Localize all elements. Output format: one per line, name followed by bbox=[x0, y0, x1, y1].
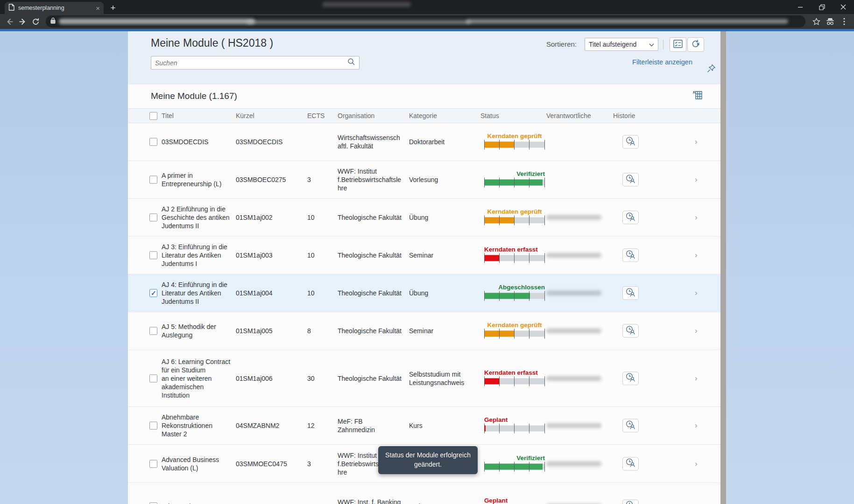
bookmark-star-icon[interactable] bbox=[809, 15, 823, 28]
module-kuerzel: 01SM1aj002 bbox=[236, 213, 303, 222]
new-tab-button[interactable]: + bbox=[107, 3, 119, 14]
module-kuerzel: 04SMZABNM2 bbox=[236, 421, 303, 430]
browser-tab[interactable]: semesterplanning × bbox=[5, 2, 104, 14]
row-checkbox[interactable] bbox=[149, 460, 157, 468]
table-row[interactable]: Advanced Corporate 03SMMOEC0455 6 WWF: I… bbox=[128, 483, 720, 504]
show-filterbar-link[interactable]: Filterleiste anzeigen bbox=[632, 58, 692, 66]
row-chevron-right-icon[interactable]: › bbox=[695, 288, 698, 298]
privacy-smudge bbox=[322, 2, 411, 7]
history-button[interactable] bbox=[622, 419, 639, 433]
window-close-button[interactable] bbox=[833, 0, 854, 14]
multi-select-button[interactable] bbox=[670, 37, 686, 52]
status-cell: Verifiziert bbox=[484, 170, 545, 186]
module-title: AJ 4: Einführung in die Literatur des An… bbox=[162, 280, 233, 306]
page-title: Meine Module ( HS2018 ) bbox=[151, 37, 273, 49]
column-header-kategorie[interactable]: Kategorie bbox=[409, 112, 437, 119]
history-person-icon bbox=[625, 136, 636, 147]
app-accent-bar bbox=[0, 29, 854, 31]
history-button[interactable] bbox=[622, 211, 639, 224]
column-header-historie[interactable]: Historie bbox=[613, 112, 635, 119]
reset-filters-button[interactable] bbox=[687, 37, 704, 52]
table-row[interactable]: AJ 4: Einführung in die Literatur des An… bbox=[128, 274, 720, 312]
reset-icon bbox=[691, 39, 701, 50]
tab-title: semesterplanning bbox=[18, 5, 92, 11]
status-progress-bar bbox=[484, 331, 545, 337]
vertical-scrollbar[interactable] bbox=[720, 31, 726, 504]
column-header-titel[interactable]: Titel bbox=[162, 112, 174, 119]
module-kuerzel: 03SMDOECDIS bbox=[236, 138, 303, 146]
status-label: Abgeschlossen bbox=[484, 284, 545, 291]
table-row[interactable]: AJ 2 Einführung in die Geschichte des an… bbox=[128, 199, 720, 237]
row-checkbox[interactable] bbox=[149, 138, 157, 146]
history-button[interactable] bbox=[622, 457, 639, 470]
tab-close-icon[interactable]: × bbox=[96, 5, 100, 12]
column-header-kuerzel[interactable]: Kürzel bbox=[236, 112, 254, 119]
module-kuerzel: 01SM1aj004 bbox=[236, 289, 303, 297]
status-cell: Kerndaten geprüft bbox=[484, 208, 545, 224]
history-button[interactable] bbox=[622, 173, 639, 187]
column-header-organisation[interactable]: Organisation bbox=[338, 112, 374, 119]
status-cell: Abgeschlossen bbox=[484, 284, 545, 299]
responsible-person-redacted bbox=[546, 376, 601, 381]
search-input[interactable] bbox=[155, 59, 347, 67]
module-organisation: Theologische Fakultät bbox=[338, 251, 402, 259]
row-checkbox[interactable] bbox=[149, 327, 157, 335]
sort-select[interactable]: Titel aufsteigend bbox=[585, 38, 658, 51]
reload-button[interactable] bbox=[29, 15, 42, 28]
history-button[interactable] bbox=[622, 249, 639, 262]
search-icon[interactable] bbox=[347, 58, 355, 68]
history-button[interactable] bbox=[622, 135, 639, 149]
module-title: 03SMDOECDIS bbox=[162, 138, 233, 146]
table-row[interactable]: A primer in Entrepreneurship (L) 03SMBOE… bbox=[128, 161, 720, 199]
history-button[interactable] bbox=[622, 287, 639, 300]
row-chevron-right-icon[interactable]: › bbox=[695, 137, 698, 147]
row-checkbox[interactable] bbox=[149, 502, 157, 504]
module-ects: 3 bbox=[307, 175, 328, 184]
forward-button[interactable] bbox=[16, 15, 29, 28]
row-checkbox[interactable] bbox=[149, 214, 157, 222]
window-restore-button[interactable] bbox=[811, 0, 833, 14]
table-row[interactable]: Abnehmbare Rekonstruktionen Master 2 04S… bbox=[128, 407, 720, 445]
history-button[interactable] bbox=[622, 324, 639, 338]
table-header-row: Titel Kürzel ECTS Organisation Kategorie… bbox=[128, 108, 720, 123]
table-row[interactable]: AJ 3: Einführung in die Literatur des An… bbox=[128, 237, 720, 274]
row-checkbox[interactable] bbox=[149, 176, 157, 184]
row-chevron-right-icon[interactable]: › bbox=[695, 213, 698, 222]
status-label: Kerndaten erfasst bbox=[484, 369, 545, 376]
row-checkbox[interactable] bbox=[149, 374, 157, 382]
column-header-verantwortliche[interactable]: Verantwortliche bbox=[546, 112, 591, 119]
row-chevron-right-icon[interactable]: › bbox=[695, 374, 698, 383]
row-checkbox[interactable] bbox=[149, 289, 157, 297]
address-bar[interactable] bbox=[46, 15, 805, 28]
row-checkbox[interactable] bbox=[149, 422, 157, 430]
status-label: Verifiziert bbox=[484, 454, 545, 461]
row-chevron-right-icon[interactable]: › bbox=[695, 421, 698, 430]
row-chevron-right-icon[interactable]: › bbox=[695, 251, 698, 260]
column-header-status[interactable]: Status bbox=[480, 112, 499, 119]
module-title: AJ 6: Learning Contract für ein Studium … bbox=[162, 357, 233, 399]
row-chevron-right-icon[interactable]: › bbox=[695, 326, 698, 336]
status-cell: Geplant bbox=[484, 497, 545, 504]
row-chevron-right-icon[interactable]: › bbox=[695, 502, 698, 504]
browser-titlebar: semesterplanning × + bbox=[0, 0, 854, 14]
history-button[interactable] bbox=[622, 371, 639, 385]
window-minimize-button[interactable] bbox=[790, 0, 811, 14]
table-row[interactable]: AJ 5: Methodik der Auslegung 01SM1aj005 … bbox=[128, 312, 720, 350]
history-button[interactable] bbox=[622, 499, 639, 504]
export-table-button[interactable] bbox=[691, 90, 704, 102]
module-title: Abnehmbare Rekonstruktionen Master 2 bbox=[162, 413, 233, 439]
table-row[interactable]: AJ 6: Learning Contract für ein Studium … bbox=[128, 350, 720, 407]
status-cell: Kerndaten geprüft bbox=[484, 322, 545, 337]
back-button[interactable] bbox=[3, 15, 16, 28]
browser-menu-icon[interactable] bbox=[837, 15, 851, 28]
row-chevron-right-icon[interactable]: › bbox=[695, 459, 698, 469]
module-kuerzel: 01SM1aj006 bbox=[236, 374, 303, 382]
history-person-icon bbox=[625, 287, 636, 299]
row-checkbox[interactable] bbox=[149, 252, 157, 259]
select-all-checkbox[interactable] bbox=[149, 112, 157, 120]
column-header-ects[interactable]: ECTS bbox=[307, 112, 325, 119]
search-box[interactable] bbox=[151, 56, 360, 70]
pin-icon[interactable] bbox=[707, 64, 716, 75]
row-chevron-right-icon[interactable]: › bbox=[695, 175, 698, 184]
table-row[interactable]: 03SMDOECDIS 03SMDOECDIS Wirtschaftswisse… bbox=[128, 123, 720, 161]
